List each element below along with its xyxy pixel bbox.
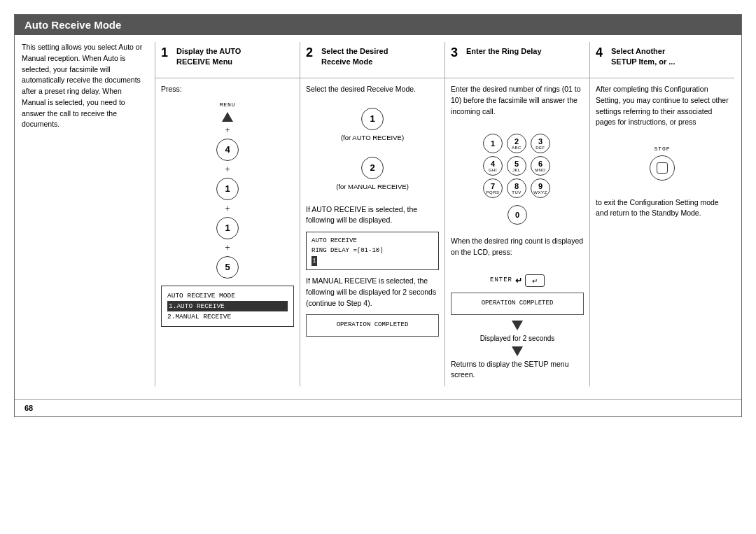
enter-key-icon: ↵ — [525, 274, 545, 287]
page-container: Auto Receive Mode This setting allows yo… — [14, 14, 742, 417]
step-3-keypad: 1 2ABC 3DEF 4GHI 5JKL 6MNO 7PQRS 8TUV 9W… — [451, 128, 584, 225]
step-4-number: 4 — [596, 46, 607, 59]
step-3-enter-btn: ENTER ↵ ↵ — [451, 274, 584, 287]
step-1-column: 1 Display the AUTORECEIVE Menu Press: ME… — [155, 42, 300, 386]
numpad-2: 2ABC — [507, 134, 526, 153]
step-3-displayed-text: Displayed for 2 seconds — [451, 333, 584, 344]
page-number: 68 — [15, 399, 741, 416]
numpad-8: 8TUV — [507, 178, 526, 198]
key-auto-1: 1 — [361, 108, 384, 130]
step-4-header: 4 Select AnotherSETUP Item, or ... — [590, 42, 734, 78]
step-4-exit-text: to exit the Configuration Setting mode a… — [596, 197, 729, 220]
step-4-intro: After completing this Configuration Sett… — [596, 84, 729, 128]
menu-label: MENU — [219, 101, 235, 109]
step-2-header: 2 Select the DesiredReceive Mode — [300, 42, 444, 78]
step-4-column: 4 Select AnotherSETUP Item, or ... After… — [590, 42, 734, 386]
step-1-body: Press: MENU + 4 + 1 — [155, 78, 300, 386]
step-3-number: 3 — [451, 46, 462, 59]
step-3-op-complete: OPERATION COMPLETED — [451, 293, 584, 315]
step-4-stop-btn: STOP — [596, 145, 729, 181]
key-1a: 1 — [216, 178, 239, 200]
step-2-intro: Select the desired Receive Mode. — [306, 84, 439, 95]
step-2-title: Select the DesiredReceive Mode — [321, 46, 388, 68]
steps-area: 1 Display the AUTORECEIVE Menu Press: ME… — [155, 42, 734, 386]
page-title: Auto Receive Mode — [15, 15, 741, 35]
plus-2: + — [225, 163, 230, 176]
lcd-line-1: AUTO RECEIVE MODE — [167, 292, 235, 300]
numpad-4: 4GHI — [483, 156, 503, 176]
step-2-if-manual-text: If MANUAL RECEIVE is selected, the follo… — [306, 276, 439, 309]
step-3-intro: Enter the desired number of rings (01 to… — [451, 84, 584, 117]
step-1-navpad: MENU + 4 + 1 + 1 — [161, 101, 294, 280]
btn-1b-row: 1 — [215, 216, 240, 241]
numpad-9: 9WXYZ — [531, 178, 550, 198]
up-arrow-row — [222, 111, 233, 123]
step-4-title: Select AnotherSETUP Item, or ... — [611, 46, 676, 68]
btn-4-row: 4 — [215, 137, 240, 162]
btn-5-row: 5 — [215, 255, 240, 280]
numpad-7: 7PQRS — [483, 178, 503, 198]
stop-inner-icon — [657, 162, 668, 174]
stop-label: STOP — [654, 145, 670, 153]
step-3-when-text: When the desired ring count is displayed… — [451, 236, 584, 258]
lcd-line-2: 1.AUTO RECEIVE — [167, 301, 288, 311]
arrow-down-icon — [512, 321, 523, 330]
step-3-returns-text: Returns to display the SETUP menu screen… — [451, 359, 584, 381]
step-1-title: Display the AUTORECEIVE Menu — [176, 46, 241, 68]
plus-1: + — [225, 124, 230, 136]
auto-lcd-cursor: 1 — [312, 258, 317, 265]
plus-3: + — [225, 202, 230, 215]
step-3-header: 3 Enter the Ring Delay — [445, 42, 589, 78]
numpad-grid: 1 2ABC 3DEF 4GHI 5JKL 6MNO 7PQRS 8TUV 9W… — [483, 134, 552, 198]
step-2-auto-key: 1 (for AUTO RECEIVE) — [306, 106, 439, 144]
step-1-lcd: AUTO RECEIVE MODE 1.AUTO RECEIVE 2.MANUA… — [161, 286, 294, 328]
step-1-number: 1 — [161, 46, 172, 59]
step-1-press-label: Press: — [161, 84, 294, 95]
key-5: 5 — [216, 256, 239, 279]
step-2-if-auto-text: If AUTO RECEIVE is selected, the followi… — [306, 204, 439, 227]
key-1b: 1 — [216, 217, 239, 239]
numpad-5: 5JKL — [507, 156, 526, 176]
enter-label: ENTER — [490, 276, 512, 286]
stop-button-icon — [650, 155, 675, 181]
for-manual-label: (for MANUAL RECEIVE) — [336, 182, 409, 192]
btn-1a-row: 1 — [215, 176, 240, 202]
intro-text: This setting allows you select Auto or M… — [22, 42, 148, 130]
key-manual-2: 2 — [361, 157, 384, 179]
step-1-header: 1 Display the AUTORECEIVE Menu — [155, 42, 300, 78]
key-4: 4 — [216, 139, 239, 161]
plus-4: + — [225, 241, 230, 254]
intro-column: This setting allows you select Auto or M… — [22, 42, 155, 386]
step-3-column: 3 Enter the Ring Delay Enter the desired… — [445, 42, 590, 386]
step-2-op-complete: OPERATION COMPLETED — [306, 314, 439, 337]
step-3-body: Enter the desired number of rings (01 to… — [445, 78, 589, 386]
numpad-0: 0 — [507, 205, 527, 225]
step-2-body: Select the desired Receive Mode. 1 (for … — [300, 78, 444, 386]
numpad-3: 3DEF — [531, 134, 550, 153]
step-2-number: 2 — [306, 46, 317, 59]
up-arrow-icon — [222, 112, 233, 122]
numpad-1: 1 — [483, 134, 503, 153]
step-3-title: Enter the Ring Delay — [466, 46, 542, 57]
auto-lcd-line2: RING DELAY =(01-10) — [312, 247, 384, 254]
arrow-down-icon-2 — [512, 346, 523, 356]
step-4-body: After completing this Configuration Sett… — [590, 78, 734, 386]
numpad-zero-row: 0 — [507, 205, 527, 225]
auto-lcd-line1: AUTO RECEIVE — [312, 237, 357, 244]
numpad-6: 6MNO — [531, 156, 550, 176]
lcd-line-3: 2.MANUAL RECEIVE — [167, 313, 231, 321]
step-2-column: 2 Select the DesiredReceive Mode Select … — [300, 42, 445, 386]
content-area: This setting allows you select Auto or M… — [15, 35, 741, 393]
step-2-auto-lcd: AUTO RECEIVE RING DELAY =(01-10) 1 — [306, 232, 439, 270]
step-2-manual-key: 2 (for MANUAL RECEIVE) — [306, 155, 439, 193]
for-auto-label: (for AUTO RECEIVE) — [341, 133, 404, 143]
